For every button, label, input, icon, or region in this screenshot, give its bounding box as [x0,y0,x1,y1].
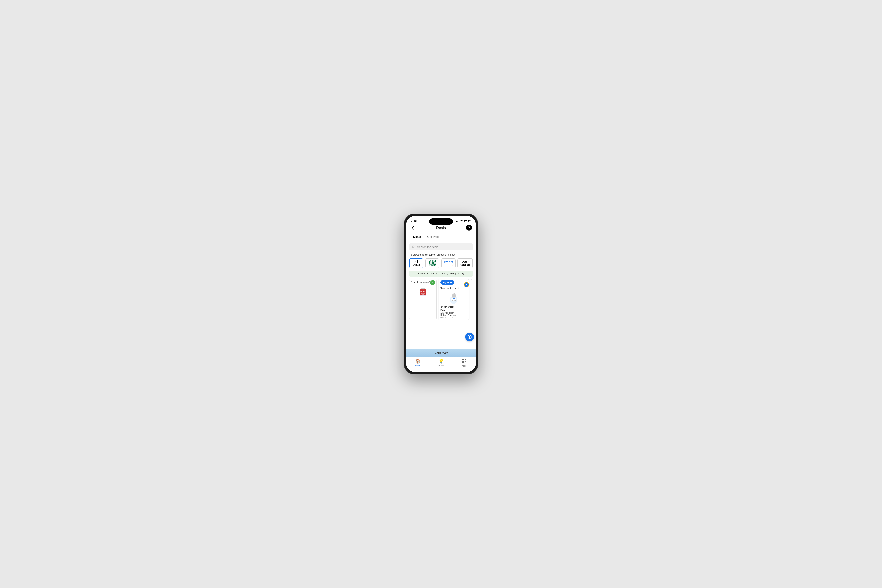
svg-rect-27 [462,361,464,363]
check-badge: ✓ [430,280,435,285]
svg-text:all: all [453,297,455,300]
nav-more-label: More [462,365,466,367]
tab-deals[interactable]: Deals [410,233,424,240]
nav-more[interactable]: More [453,358,476,367]
filter-all-deals[interactable]: All Deals [409,258,423,268]
nav-devices[interactable]: 💡 Devices [429,358,453,367]
svg-rect-21 [452,294,456,297]
signal-icon [456,220,459,222]
category-filters: All Deals WHOLEFOODSMARKET fresh ↗ Other [406,258,476,271]
nav-home-label: Home [415,364,420,366]
deal-price: $1.50 OFF [440,306,467,309]
tab-bar: Deals Get Paid [406,233,476,240]
browse-hint: To browse deals, tap on an option below [406,252,476,258]
status-time: 3:43 [411,219,417,222]
deal-card-center[interactable]: Any store + "Laundry detergent" [439,279,469,321]
deals-row: ✓ "Laundry detergent" CLOROX D [409,279,473,321]
svg-line-5 [414,248,415,248]
filter-whole-foods[interactable]: WHOLEFOODSMARKET [425,258,440,268]
recommendation-banner: Based On Your List: Laundry Detergent (1… [409,271,473,276]
home-indicator-bar [431,370,451,371]
back-button[interactable] [410,225,416,231]
deal-card-right[interactable]: "L Whe $50. Gain f Deter Prime [471,279,473,321]
page-header: Deals ? [406,224,476,233]
svg-rect-0 [456,221,457,222]
home-indicator [406,371,476,372]
fab-icon [468,335,472,339]
svg-rect-13 [421,288,425,289]
phone-frame: 3:43 [404,214,478,374]
product-image-all: all free clear [440,291,467,304]
status-icons: 40 [456,220,471,222]
phone-screen: 3:43 [406,216,476,372]
floating-action-button[interactable] [465,333,474,341]
search-placeholder: Search for deals [417,245,438,249]
search-bar[interactable]: Search for deals [409,243,473,250]
store-badge: Any store [440,280,454,285]
nav-home[interactable]: 🏠 Home [406,358,429,367]
filter-other-retailers[interactable]: Other Retailers [458,258,473,268]
battery-indicator: 40 [464,220,471,222]
svg-rect-25 [462,359,464,360]
deals-cards-wrapper: ✓ "Laundry detergent" CLOROX D [406,279,476,321]
page-title: Deals [436,226,446,230]
deal-expiry: exp. 01/21/24 [440,316,467,319]
tab-get-paid[interactable]: Get Paid [424,233,442,240]
wifi-icon [460,220,464,222]
svg-rect-3 [459,220,459,222]
bottom-navigation: 🏠 Home 💡 Devices Mor [406,357,476,371]
nav-devices-label: Devices [438,364,444,366]
svg-text:Wipes: Wipes [422,294,424,295]
devices-icon: 💡 [438,358,444,364]
lower-section: Learn more [406,321,476,357]
learn-more-banner[interactable]: Learn more [406,349,476,357]
help-button[interactable]: ? [466,225,472,231]
deal-title-center: "Laundry detergent" [440,287,467,289]
more-icon [462,358,466,364]
deal-desc: all® free clear [440,312,467,314]
deal-buy: Buy 1 [440,309,467,312]
deal-card-left[interactable]: ✓ "Laundry detergent" CLOROX D [409,279,437,321]
filter-fresh[interactable]: fresh ↗ [441,258,456,268]
main-content: Search for deals To browse deals, tap on… [406,240,476,357]
deal-truncated-left: t [411,299,435,303]
svg-rect-26 [465,359,466,360]
svg-text:free clear: free clear [452,300,456,301]
product-image-clorox: CLOROX Disinfecting Wipes [411,285,435,298]
search-icon [412,245,415,249]
svg-rect-2 [458,220,459,222]
home-icon: 🏠 [415,358,420,364]
deal-type: Rebate Coupon [440,314,467,316]
svg-rect-1 [457,221,458,222]
dynamic-island [429,218,453,225]
add-deal-button[interactable]: + [464,282,469,287]
svg-text:CLOROX: CLOROX [420,291,426,292]
store-badge-row: Any store + [440,280,467,286]
